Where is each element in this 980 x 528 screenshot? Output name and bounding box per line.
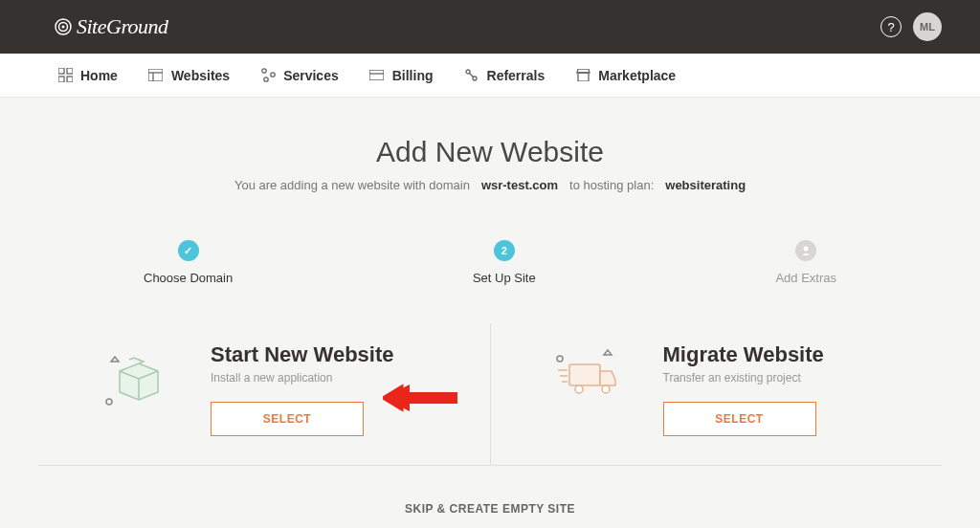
svg-point-16: [473, 77, 477, 80]
nav-label: Referrals: [487, 68, 546, 83]
migrate-truck-icon: [548, 342, 625, 409]
step-add-extras: Add Extras: [775, 240, 836, 285]
svg-rect-18: [578, 73, 589, 81]
nav-services[interactable]: Services: [260, 68, 339, 83]
select-start-new-button[interactable]: SELECT: [211, 402, 364, 436]
svg-rect-6: [67, 77, 73, 82]
svg-rect-7: [148, 69, 163, 81]
nav-referrals[interactable]: Referrals: [464, 68, 546, 83]
option-title: Migrate Website: [663, 342, 895, 367]
home-grid-icon: [57, 68, 73, 83]
divider: [38, 465, 942, 466]
svg-point-19: [804, 247, 809, 252]
step-choose-domain: ✓ Choose Domain: [144, 240, 233, 285]
domain-value: wsr-test.com: [481, 178, 558, 192]
nav-websites[interactable]: Websites: [148, 68, 230, 83]
step-number-icon: 2: [494, 240, 515, 261]
nav-label: Services: [283, 68, 339, 83]
option-subtitle: Transfer an existing project: [663, 371, 895, 385]
top-actions: ? ML: [880, 12, 942, 41]
step-inactive-icon: [795, 240, 816, 261]
svg-point-23: [602, 385, 610, 393]
nav-label: Websites: [171, 68, 230, 83]
services-icon: [260, 68, 276, 83]
option-title: Start New Website: [211, 342, 442, 367]
marketplace-icon: [575, 68, 590, 83]
svg-rect-13: [369, 70, 384, 80]
brand-logo[interactable]: SiteGround: [54, 14, 168, 39]
svg-rect-5: [58, 77, 64, 82]
step-label: Set Up Site: [473, 271, 536, 285]
svg-line-17: [470, 74, 474, 77]
setup-options: Start New Website Install a new applicat…: [38, 323, 942, 465]
top-header: SiteGround ? ML: [0, 0, 980, 54]
svg-rect-4: [67, 68, 73, 74]
step-label: Add Extras: [775, 271, 836, 285]
svg-point-10: [261, 69, 265, 73]
svg-rect-3: [58, 68, 64, 74]
subtitle-mid: to hosting plan:: [569, 178, 654, 192]
nav-home[interactable]: Home: [57, 68, 118, 83]
websites-icon: [148, 68, 164, 83]
svg-point-11: [270, 73, 274, 77]
step-label: Choose Domain: [144, 271, 233, 285]
main-content: Add New Website You are adding a new web…: [0, 98, 980, 516]
page-subtitle: You are adding a new website with domain…: [19, 178, 961, 192]
nav-label: Marketplace: [598, 68, 676, 83]
svg-point-15: [466, 70, 470, 74]
nav-billing[interactable]: Billing: [369, 68, 434, 83]
annotation-arrow-icon: [383, 379, 459, 421]
logo-text: SiteGround: [77, 14, 168, 39]
select-migrate-button[interactable]: SELECT: [663, 402, 816, 436]
referrals-icon: [464, 68, 479, 83]
svg-rect-21: [569, 364, 600, 385]
logo-swirl-icon: [54, 17, 73, 36]
skip-create-empty-link[interactable]: SKIP & CREATE EMPTY SITE: [19, 502, 961, 516]
step-setup-site: 2 Set Up Site: [473, 240, 536, 285]
option-body: Migrate Website Transfer an existing pro…: [663, 342, 895, 436]
svg-point-2: [62, 26, 65, 29]
main-nav: Home Websites Services Billing Referrals…: [0, 54, 980, 98]
option-migrate: Migrate Website Transfer an existing pro…: [491, 323, 943, 465]
nav-label: Home: [80, 68, 118, 83]
nav-label: Billing: [392, 68, 434, 83]
billing-icon: [369, 68, 385, 83]
help-icon[interactable]: ?: [880, 16, 902, 37]
wizard-stepper: ✓ Choose Domain 2 Set Up Site Add Extras: [144, 240, 836, 285]
svg-point-12: [263, 77, 267, 81]
svg-point-27: [557, 356, 563, 362]
subtitle-prefix: You are adding a new website with domain: [234, 178, 470, 192]
page-title: Add New Website: [19, 136, 961, 168]
svg-point-20: [106, 399, 112, 405]
check-icon: ✓: [178, 240, 199, 261]
plan-value: websiterating: [665, 178, 746, 192]
new-site-box-icon: [96, 342, 172, 409]
nav-marketplace[interactable]: Marketplace: [575, 68, 676, 83]
svg-point-22: [575, 385, 583, 393]
user-avatar[interactable]: ML: [913, 12, 942, 41]
